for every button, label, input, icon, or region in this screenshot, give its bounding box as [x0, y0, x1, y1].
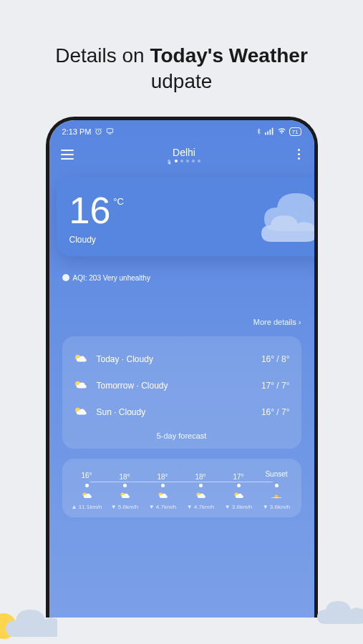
hourly-item: 16° ▲ 11.1km/h: [68, 472, 106, 510]
hourly-wind: ▼ 3.6km/h: [220, 504, 258, 510]
current-temp: 16: [69, 192, 111, 229]
chevron-right-icon: ›: [299, 318, 301, 326]
menu-button[interactable]: [61, 145, 74, 164]
current-weather-card[interactable]: 16 °C Cloudy: [57, 177, 314, 256]
svg-rect-3: [267, 131, 268, 135]
hourly-temp: 18°: [182, 473, 220, 481]
partly-cloudy-icon: [220, 492, 258, 501]
status-time: 2:13 PM: [62, 127, 92, 136]
cloud-icon: [257, 210, 314, 249]
hourly-temp: 17°: [220, 473, 258, 481]
forecast-row[interactable]: Today · Cloudy 16° / 8°: [74, 346, 290, 373]
partly-cloudy-icon: [74, 380, 88, 392]
partly-cloudy-icon: [74, 353, 88, 366]
hourly-temp: 18°: [144, 473, 182, 481]
forecast-temps: 16° / 8°: [261, 354, 290, 364]
forecast-label: Tomorrow · Cloudy: [97, 381, 261, 391]
heading-prefix: Details on: [55, 44, 150, 67]
temp-unit: °C: [113, 196, 124, 207]
wifi-icon: [277, 127, 286, 137]
forecast-row[interactable]: Tomorrow · Cloudy 17° / 7°: [74, 373, 290, 399]
page-indicator: ◂: [74, 160, 295, 162]
hourly-wind: ▼ 3.6km/h: [258, 504, 296, 510]
phone-frame: 2:13 PM 71: [46, 117, 318, 618]
daily-forecast-card: Today · Cloudy 16° / 8° Tomorrow · Cloud…: [62, 336, 301, 449]
svg-rect-4: [269, 130, 271, 135]
partly-cloudy-icon: [68, 492, 106, 501]
forecast-label: Sun · Cloudy: [97, 407, 261, 417]
forecast-label: Today · Cloudy: [97, 354, 261, 364]
battery-indicator: 71: [289, 127, 301, 136]
app-header: Delhi ◂: [49, 140, 314, 167]
bluetooth-icon: [256, 127, 262, 137]
hourly-wind: ▼ 5.6km/h: [106, 504, 144, 510]
forecast-row[interactable]: Sun · Cloudy 16° / 7°: [74, 399, 290, 426]
five-day-forecast-link[interactable]: 5-day forecast: [74, 426, 290, 440]
hourly-item: 17° ▼ 3.6km/h: [220, 473, 258, 510]
svg-rect-1: [107, 129, 113, 133]
forecast-temps: 17° / 7°: [261, 381, 290, 391]
hourly-wind: ▲ 11.1km/h: [68, 504, 106, 510]
hourly-temp: Sunset: [258, 470, 296, 478]
hourly-temp: 18°: [106, 473, 144, 481]
aqi-face-icon: [62, 274, 69, 281]
partly-cloudy-icon: [144, 492, 182, 501]
svg-rect-2: [265, 132, 266, 135]
hourly-item: 18° ▼ 5.6km/h: [106, 473, 144, 510]
hourly-temp: 16°: [68, 472, 106, 479]
cast-icon: [106, 127, 114, 137]
hourly-item: 18° ▼ 4.7km/h: [144, 473, 182, 510]
hourly-forecast-card[interactable]: 16° ▲ 11.1km/h 18° ▼ 5.6km/h 18°: [62, 459, 301, 517]
decoration-cloud-icon: [313, 594, 363, 630]
heading-bold: Today's Weather: [150, 44, 307, 67]
location-selector[interactable]: Delhi ◂: [74, 147, 295, 162]
partly-cloudy-icon: [106, 492, 144, 501]
aqi-row[interactable]: AQI: 203 Very unhealthy: [62, 274, 301, 282]
sunset-icon: [258, 492, 296, 501]
hourly-item: 18° ▼ 4.7km/h: [182, 473, 220, 510]
more-details-link[interactable]: More details ›: [62, 318, 301, 326]
alarm-icon: [95, 127, 102, 137]
partly-cloudy-icon: [182, 492, 220, 501]
hourly-wind: ▼ 4.7km/h: [182, 504, 220, 510]
status-bar: 2:13 PM 71: [49, 120, 314, 140]
hourly-item: Sunset ▼ 3.6km/h: [258, 470, 296, 510]
svg-rect-5: [271, 127, 273, 135]
location-name: Delhi: [74, 147, 295, 158]
hourly-wind: ▼ 4.7km/h: [144, 504, 182, 510]
more-options-button[interactable]: [295, 146, 303, 162]
page-heading: Details on Today's Weather udpate: [0, 0, 363, 117]
aqi-text: AQI: 203 Very unhealthy: [73, 274, 150, 282]
partly-cloudy-icon: [74, 406, 88, 419]
decoration-sun-cloud-icon: [0, 594, 57, 644]
svg-rect-15: [271, 497, 281, 498]
forecast-temps: 16° / 7°: [261, 407, 290, 417]
signal-icon: [265, 127, 274, 137]
heading-suffix: udpate: [151, 70, 213, 92]
